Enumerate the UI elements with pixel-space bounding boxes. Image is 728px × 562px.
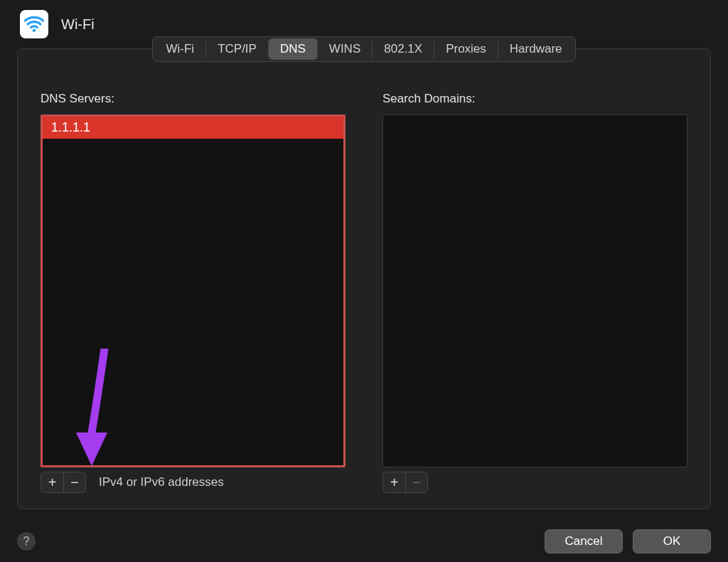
dns-servers-footer: + − IPv4 or IPv6 addresses <box>41 472 346 493</box>
svg-point-0 <box>33 29 36 33</box>
settings-panel: Wi-Fi TCP/IP DNS WINS 802.1X Proxies Har… <box>17 48 711 509</box>
tab-hardware[interactable]: Hardware <box>498 38 574 60</box>
dns-servers-list[interactable]: 1.1.1.1 <box>41 115 346 467</box>
ok-button[interactable]: OK <box>633 529 711 553</box>
plus-icon: + <box>390 475 399 489</box>
dns-servers-label: DNS Servers: <box>41 92 346 106</box>
dns-server-row[interactable]: 1.1.1.1 <box>43 117 343 139</box>
tab-bar: Wi-Fi TCP/IP DNS WINS 802.1X Proxies Har… <box>18 36 710 62</box>
tab-dns[interactable]: DNS <box>269 38 318 60</box>
plus-icon: + <box>48 475 57 489</box>
tab-wins[interactable]: WINS <box>318 38 373 60</box>
search-domains-list[interactable] <box>382 115 687 467</box>
tab-proxies[interactable]: Proxies <box>434 38 498 60</box>
tab-tcpip[interactable]: TCP/IP <box>206 38 269 60</box>
wifi-icon <box>23 14 45 35</box>
tab-wifi[interactable]: Wi-Fi <box>154 38 206 60</box>
help-icon: ? <box>23 535 30 548</box>
window-title: Wi-Fi <box>61 16 95 33</box>
minus-icon: − <box>70 475 79 489</box>
remove-dns-button[interactable]: − <box>63 472 86 493</box>
search-domains-label: Search Domains: <box>382 92 687 106</box>
remove-search-domain-button[interactable]: − <box>405 472 428 493</box>
help-button[interactable]: ? <box>17 532 36 551</box>
wifi-app-icon <box>20 10 48 38</box>
minus-icon: − <box>412 475 421 489</box>
dns-servers-column: DNS Servers: 1.1.1.1 + − IPv4 or IPv6 ad… <box>41 92 346 493</box>
add-dns-button[interactable]: + <box>41 472 63 493</box>
panel-content: DNS Servers: 1.1.1.1 + − IPv4 or IPv6 ad… <box>18 49 710 509</box>
tab-8021x[interactable]: 802.1X <box>373 38 434 60</box>
tab-bar-inner: Wi-Fi TCP/IP DNS WINS 802.1X Proxies Har… <box>152 36 575 62</box>
dns-hint: IPv4 or IPv6 addresses <box>99 475 224 489</box>
cancel-button[interactable]: Cancel <box>545 529 623 553</box>
search-domains-column: Search Domains: + − <box>382 92 687 493</box>
add-search-domain-button[interactable]: + <box>382 472 405 493</box>
bottom-bar: ? Cancel OK <box>0 521 728 562</box>
search-domains-footer: + − <box>382 472 687 493</box>
